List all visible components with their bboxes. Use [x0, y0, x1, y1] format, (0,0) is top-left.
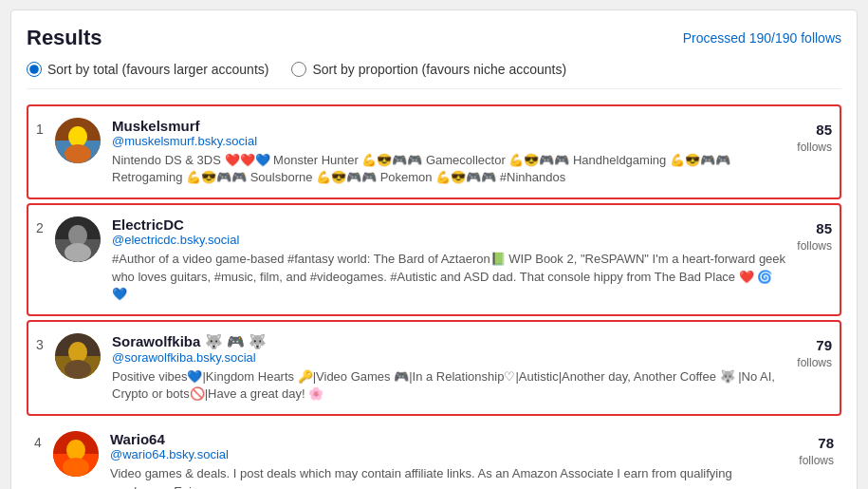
user-info: Sorawolfkiba 🐺 🎮 🐺 @sorawolfkiba.bsky.so… — [112, 333, 785, 403]
follow-count-block: 78 follows — [799, 431, 834, 468]
display-name: Muskelsmurf — [112, 118, 785, 134]
sort-total-label: Sort by total (favours larger accounts) — [47, 62, 268, 77]
follow-count: 85 — [797, 122, 832, 138]
user-info: Wario64 @wario64.bsky.social Video games… — [110, 431, 787, 489]
handle: @sorawolfkiba.bsky.social — [112, 350, 785, 365]
svg-point-3 — [68, 126, 87, 147]
follow-count: 78 — [799, 435, 834, 451]
page-title: Results — [27, 26, 102, 50]
bio: Nintendo DS & 3DS ❤️❤️💙 Monster Hunter 💪… — [112, 152, 785, 186]
rank-number: 3 — [36, 333, 55, 352]
follows-label: follows — [799, 454, 834, 467]
sort-proportion-label: Sort by proportion (favours niche accoun… — [312, 62, 566, 77]
list-item: 2 ElectricDC @electricdc.bsky.social #Au… — [27, 203, 841, 316]
follows-label: follows — [797, 141, 832, 154]
svg-point-9 — [65, 243, 91, 262]
follow-count-block: 85 follows — [797, 216, 832, 254]
rank-number: 2 — [36, 216, 55, 235]
page-header: Results Processed 190/190 follows — [27, 26, 841, 50]
bio: Video games & deals. I post deals which … — [110, 465, 787, 489]
display-name: Sorawolfkiba 🐺 🎮 🐺 — [112, 333, 785, 350]
follows-label: follows — [797, 239, 832, 253]
follow-count: 79 — [797, 337, 832, 353]
display-name: Wario64 — [110, 431, 787, 447]
svg-point-13 — [68, 342, 87, 363]
follow-count: 85 — [797, 220, 832, 236]
rank-number: 1 — [36, 118, 55, 137]
handle: @wario64.bsky.social — [110, 447, 787, 461]
follows-label: follows — [797, 356, 832, 369]
results-container: Results Processed 190/190 follows Sort b… — [10, 9, 858, 489]
results-list: 1 Muskelsmurf @muskelsmurf.bsky.social N… — [27, 104, 841, 489]
svg-point-14 — [65, 360, 91, 379]
sort-bar: Sort by total (favours larger accounts) … — [27, 62, 841, 89]
sort-option-total[interactable]: Sort by total (favours larger accounts) — [27, 62, 268, 77]
list-item: 1 Muskelsmurf @muskelsmurf.bsky.social N… — [27, 104, 841, 199]
sort-proportion-radio[interactable] — [291, 62, 306, 77]
avatar — [55, 216, 101, 262]
sort-option-proportion[interactable]: Sort by proportion (favours niche accoun… — [291, 62, 566, 77]
sort-total-radio[interactable] — [27, 62, 42, 77]
svg-point-18 — [66, 440, 85, 461]
list-item: 3 Sorawolfkiba 🐺 🎮 🐺 @sorawolfkiba.bsky.… — [27, 320, 841, 416]
bio: #Author of a video game-based #fantasy w… — [112, 251, 785, 303]
follow-count-block: 85 follows — [797, 118, 832, 155]
list-item: 4 Wario64 @wario64.bsky.social Video gam… — [27, 420, 841, 489]
status-text: Processed 190/190 follows — [683, 30, 841, 46]
avatar — [55, 118, 101, 163]
svg-point-19 — [63, 458, 89, 477]
bio: Positive vibes💙|Kingdom Hearts 🔑|Video G… — [112, 368, 785, 403]
user-info: Muskelsmurf @muskelsmurf.bsky.social Nin… — [112, 118, 785, 186]
display-name: ElectricDC — [112, 216, 785, 233]
svg-point-4 — [65, 144, 91, 163]
handle: @electricdc.bsky.social — [112, 233, 785, 247]
rank-number: 4 — [34, 431, 53, 450]
avatar — [55, 333, 101, 379]
follow-count-block: 79 follows — [797, 333, 832, 370]
user-info: ElectricDC @electricdc.bsky.social #Auth… — [112, 216, 785, 303]
handle: @muskelsmurf.bsky.social — [112, 134, 785, 148]
svg-point-8 — [68, 225, 87, 246]
avatar — [53, 431, 99, 477]
